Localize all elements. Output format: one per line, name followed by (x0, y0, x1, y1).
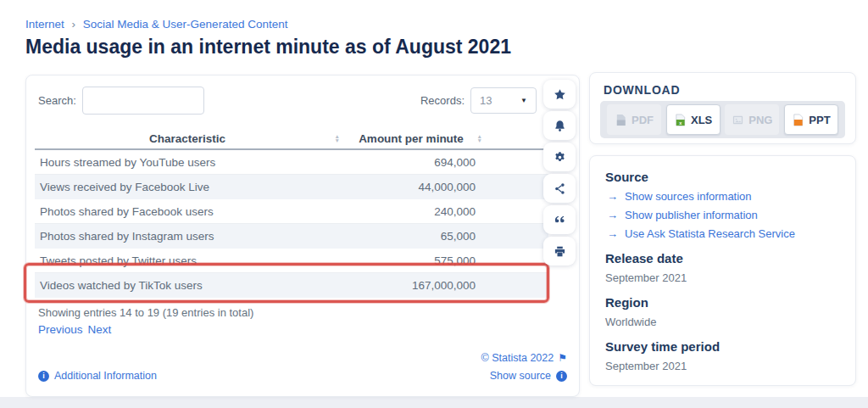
previous-link[interactable]: Previous (38, 323, 83, 336)
print-icon (554, 245, 566, 258)
search-input[interactable] (82, 87, 204, 115)
download-title: DOWNLOAD (604, 83, 680, 97)
info-icon: i (556, 371, 567, 382)
share-button[interactable] (543, 174, 576, 203)
table-row: Videos watched by TikTok users 167,000,0… (35, 273, 548, 298)
table-header-row: Characteristic ▲▼ Amount per minute ▲▼ (35, 128, 548, 150)
detail-value: September 2021 (605, 271, 840, 284)
row-characteristic: Photos shared by Instagram users (35, 230, 340, 243)
row-characteristic: Videos watched by TikTok users (35, 279, 340, 292)
records-select[interactable]: 13 ▼ (470, 87, 537, 114)
breadcrumb: Internet › Social Media & User-Generated… (25, 18, 287, 31)
data-table: Characteristic ▲▼ Amount per minute ▲▼ H… (35, 128, 548, 298)
source-link[interactable]: → Show sources information (607, 190, 840, 203)
column-header-characteristic[interactable]: Characteristic ▲▼ (35, 128, 340, 148)
detail-heading: Survey time period (605, 339, 840, 354)
details-card: Source → Show sources information → Show… (589, 155, 856, 386)
row-characteristic: Tweets posted by Twitter users (35, 254, 340, 267)
arrow-right-icon: → (607, 209, 618, 221)
download-pdf-button[interactable]: PDF (607, 104, 661, 135)
detail-heading: Release date (605, 251, 840, 265)
source-links: → Show sources information → Show publis… (605, 190, 840, 240)
chevron-down-icon: ▼ (520, 97, 527, 104)
breadcrumb-separator: › (72, 18, 76, 31)
next-link[interactable]: Next (88, 323, 112, 336)
star-icon (554, 88, 566, 101)
row-amount: 694,000 (340, 156, 476, 169)
breadcrumb-link-internet[interactable]: Internet (25, 18, 64, 31)
search-group: Search: (38, 87, 204, 115)
row-characteristic: Views received by Facebook Live (35, 181, 340, 193)
source-link[interactable]: → Show publisher information (607, 209, 840, 221)
print-button[interactable] (543, 237, 576, 265)
info-icon: i (38, 371, 49, 382)
ppt-file-icon (792, 114, 804, 126)
detail-heading: Region (605, 295, 840, 310)
png-file-icon (732, 114, 744, 126)
detail-value: Worldwide (605, 316, 840, 328)
breadcrumb-link-category[interactable]: Social Media & User-Generated Content (83, 18, 288, 31)
search-label: Search: (38, 94, 76, 107)
download-xls-button[interactable]: x XLS (666, 104, 721, 135)
download-card: DOWNLOAD PDF x XLS PNG PPT (589, 72, 856, 144)
download-bar: PDF x XLS PNG PPT (600, 101, 845, 138)
records-group: Records: 13 ▼ (420, 87, 537, 114)
gear-icon (554, 151, 566, 164)
source-heading: Source (605, 170, 840, 184)
gear-button[interactable] (543, 143, 576, 171)
copyright-text: © Statista 2022 (481, 352, 554, 364)
showing-entries-text: Showing entries 14 to 19 (19 entries in … (38, 306, 253, 319)
row-amount: 65,000 (340, 230, 476, 243)
row-characteristic: Photos shared by Facebook users (35, 205, 340, 218)
copyright: © Statista 2022 ⚑ (481, 352, 567, 364)
bell-icon (554, 120, 566, 132)
pdf-file-icon (615, 114, 627, 126)
records-value: 13 (480, 94, 492, 107)
pagination: Previous Next (38, 323, 111, 336)
page-bottom-background (0, 397, 868, 408)
sort-icon[interactable]: ▲▼ (477, 134, 482, 143)
star-button[interactable] (543, 80, 576, 109)
detail-section: Survey time period September 2021 (605, 339, 840, 372)
row-amount: 575,000 (340, 254, 476, 267)
flag-icon[interactable]: ⚑ (558, 352, 567, 364)
source-link[interactable]: → Use Ask Statista Research Service (607, 227, 840, 240)
download-png-button[interactable]: PNG (725, 104, 779, 135)
table-body: Hours streamed by YouTube users 694,000 … (35, 150, 548, 298)
quote-icon (554, 214, 566, 226)
table-row: Hours streamed by YouTube users 694,000 (35, 150, 548, 175)
action-toolbar (543, 80, 576, 265)
row-amount: 167,000,000 (340, 279, 476, 292)
arrow-right-icon: → (607, 190, 618, 203)
share-icon (554, 182, 566, 195)
row-amount: 240,000 (340, 205, 476, 218)
row-characteristic: Hours streamed by YouTube users (35, 156, 340, 169)
statistic-table-card: Search: Records: 13 ▼ Characteristic ▲▼ … (25, 75, 580, 397)
table-row: Tweets posted by Twitter users 575,000 (35, 249, 548, 273)
table-controls: Search: Records: 13 ▼ (38, 86, 537, 115)
bell-button[interactable] (543, 111, 576, 140)
xls-file-icon: x (674, 114, 687, 126)
quote-button[interactable] (543, 205, 576, 234)
page-title: Media usage in an internet minute as of … (25, 36, 511, 59)
table-row: Photos shared by Instagram users 65,000 (35, 224, 548, 249)
detail-sections: Release date September 2021 Region World… (605, 251, 840, 372)
column-header-amount[interactable]: Amount per minute ▲▼ (340, 128, 482, 148)
row-amount: 44,000,000 (340, 181, 476, 193)
show-source-link[interactable]: Show source i (490, 370, 567, 382)
additional-information-link[interactable]: i Additional Information (38, 370, 157, 382)
card-footer-links: i Additional Information Show source i (38, 370, 567, 382)
table-row: Photos shared by Facebook users 240,000 (35, 199, 548, 224)
detail-value: September 2021 (605, 360, 840, 372)
records-label: Records: (420, 94, 465, 107)
table-row: Views received by Facebook Live 44,000,0… (35, 175, 548, 199)
download-ppt-button[interactable]: PPT (784, 104, 838, 135)
arrow-right-icon: → (607, 227, 618, 240)
detail-section: Release date September 2021 (605, 251, 840, 284)
detail-section: Region Worldwide (605, 295, 840, 328)
